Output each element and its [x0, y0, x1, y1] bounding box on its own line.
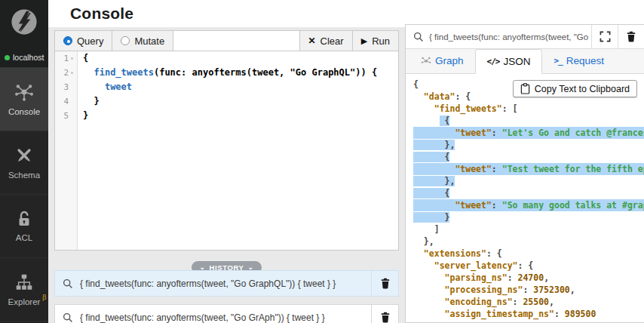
code-line: }: [83, 109, 398, 123]
clipboard-icon: [520, 83, 530, 94]
query-mode-option[interactable]: Query: [55, 31, 112, 51]
history-query-text: { find_tweets(func: anyofterms(tweet, "G…: [73, 305, 371, 323]
sidebar-item-label: Schema: [8, 171, 40, 180]
tab-label: Request: [566, 55, 604, 66]
lock-icon: [15, 210, 33, 228]
sidebar-item-acl[interactable]: ACL: [0, 195, 48, 258]
line-number: 5: [55, 109, 77, 123]
dgraph-logo-icon: [10, 8, 38, 36]
history-query-text: { find_tweets(func: anyofterms(tweet, "G…: [73, 271, 371, 296]
search-icon: [55, 305, 73, 323]
code-icon: </>: [487, 57, 500, 66]
server-host-label: localhost: [13, 53, 44, 62]
json-line: "processing_ns": 3752300,: [413, 284, 644, 296]
line-number: 1▾: [55, 51, 77, 66]
sidebar-nav: ConsoleSchemaACLExplorerβ: [0, 68, 48, 321]
sidebar: localhost ConsoleSchemaACLExplorerβ: [0, 0, 48, 323]
history-list: { find_tweets(func: anyofterms(tweet, "G…: [54, 270, 399, 323]
sidebar-item-label: Explorerβ: [8, 297, 41, 306]
editor-code[interactable]: { find_tweets(func: anyofterms(tweet, "G…: [78, 51, 398, 250]
line-number: 3: [55, 80, 77, 94]
mutate-mode-label: Mutate: [134, 35, 164, 47]
query-panel: Query Mutate ✕ Clear ▶ Run 1▾2▾345 { fin…: [54, 30, 399, 251]
history-item[interactable]: { find_tweets(func: anyofterms(tweet, "G…: [54, 270, 399, 297]
result-query-text[interactable]: { find_tweets(func: anyofterms(tweet, "G…: [429, 25, 591, 48]
tab-label: Graph: [435, 55, 464, 66]
beta-badge: β: [42, 294, 46, 301]
code-line: find_tweets(func: anyofterms(tweet, "Go …: [83, 66, 398, 80]
run-button-label: Run: [372, 35, 390, 47]
result-query-bar: { find_tweets(func: anyofterms(tweet, "G…: [406, 25, 644, 49]
line-number: 4: [55, 94, 77, 109]
delete-result-button[interactable]: [618, 25, 644, 48]
json-response-area[interactable]: { "data": { "find_tweets": [ { "tweet": …: [406, 74, 644, 322]
delete-history-button[interactable]: [371, 305, 398, 323]
copy-to-clipboard-button[interactable]: Copy Text to Clipboard: [513, 80, 637, 97]
json-line: "assign_timestamp_ns": 989500: [413, 308, 644, 320]
page-title: Console: [48, 0, 644, 23]
page-header: Console: [48, 0, 644, 27]
fold-arrow-icon[interactable]: ▾: [69, 55, 75, 62]
tab-request[interactable]: >_Request: [542, 48, 615, 73]
json-line: "tweet": "Test tweet for the fifth epis: [413, 163, 644, 175]
json-line: "find_tweets": [: [413, 103, 644, 115]
json-line: "parsing_ns": 24700,: [413, 272, 644, 284]
sidebar-item-explorer[interactable]: Explorerβ: [0, 258, 48, 321]
sidebar-item-schema[interactable]: Schema: [0, 131, 48, 195]
code-line: {: [83, 51, 398, 66]
query-editor[interactable]: 1▾2▾345 { find_tweets(func: anyofterms(t…: [55, 51, 398, 250]
graph-icon: [14, 82, 34, 102]
history-item[interactable]: { find_tweets(func: anyofterms(tweet, "G…: [54, 304, 399, 323]
tab-label: JSON: [503, 56, 530, 67]
json-line: },: [413, 139, 644, 151]
mutate-radio[interactable]: [121, 36, 130, 45]
json-line: "server_latency": {: [413, 260, 644, 272]
json-line: ]: [413, 223, 644, 235]
terminal-icon: >_: [554, 56, 562, 66]
json-line: "encoding_ns": 25500,: [413, 296, 644, 308]
json-line: },: [413, 235, 644, 248]
editor-gutter: 1▾2▾345: [55, 51, 78, 250]
json-line: {: [413, 115, 644, 127]
server-block[interactable]: localhost: [0, 0, 48, 68]
json-line: {: [413, 187, 644, 199]
json-line: }: [413, 211, 644, 223]
graph-small-icon: [421, 56, 431, 66]
schema-icon: [14, 146, 34, 165]
run-play-icon: ▶: [361, 36, 367, 46]
json-lines: { "data": { "find_tweets": [ { "tweet": …: [413, 78, 644, 320]
chevron-down-icon: ⌄: [199, 265, 205, 269]
chevron-down-icon: ⌄: [247, 265, 253, 269]
sidebar-item-label: Console: [8, 107, 40, 116]
server-label: localhost: [5, 53, 48, 62]
server-status-dot: [5, 55, 10, 60]
mutate-mode-option[interactable]: Mutate: [112, 31, 173, 51]
json-line: "tweet": "So many good talks at #grapho: [413, 199, 644, 211]
search-icon: [406, 25, 429, 48]
clear-button[interactable]: ✕ Clear: [299, 31, 352, 51]
json-line: {: [413, 151, 644, 163]
sidebar-item-console[interactable]: Console: [0, 68, 48, 131]
json-line: "extensions": {: [413, 248, 644, 260]
code-line: }: [83, 94, 398, 109]
search-icon: [55, 271, 73, 296]
line-number: 2▾: [55, 66, 77, 80]
toolbar-spacer: [173, 31, 299, 51]
query-radio[interactable]: [63, 36, 72, 45]
query-mode-label: Query: [77, 35, 103, 47]
tab-json[interactable]: </>JSON: [475, 49, 543, 74]
sitemap-icon: [14, 272, 34, 292]
copy-button-label: Copy Text to Clipboard: [535, 84, 630, 94]
fullscreen-button[interactable]: [591, 25, 618, 48]
result-panel: { find_tweets(func: anyofterms(tweet, "G…: [405, 24, 644, 323]
code-line: tweet: [83, 80, 398, 94]
sidebar-item-label: ACL: [16, 233, 32, 242]
clear-x-icon: ✕: [308, 35, 316, 46]
json-line: "tweet": "Let's Go and catch @francesc: [413, 127, 644, 139]
query-toolbar: Query Mutate ✕ Clear ▶ Run: [55, 31, 398, 51]
clear-button-label: Clear: [320, 35, 344, 47]
run-button[interactable]: ▶ Run: [352, 31, 398, 51]
fold-arrow-icon[interactable]: ▾: [69, 69, 75, 76]
tab-graph[interactable]: Graph: [409, 48, 475, 73]
delete-history-button[interactable]: [371, 271, 398, 296]
